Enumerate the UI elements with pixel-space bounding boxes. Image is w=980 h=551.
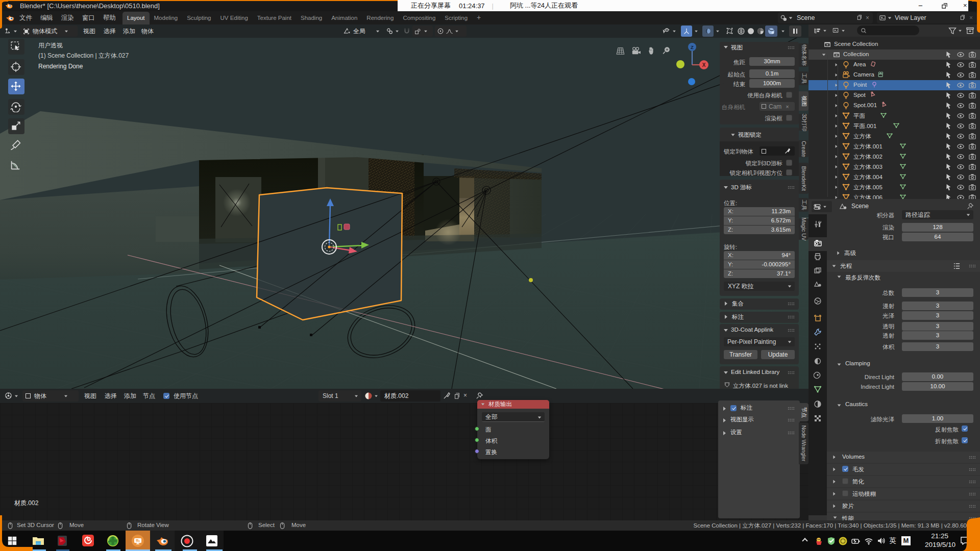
svg-text:Z: Z [691,44,694,50]
svg-text:X: X [702,62,706,68]
